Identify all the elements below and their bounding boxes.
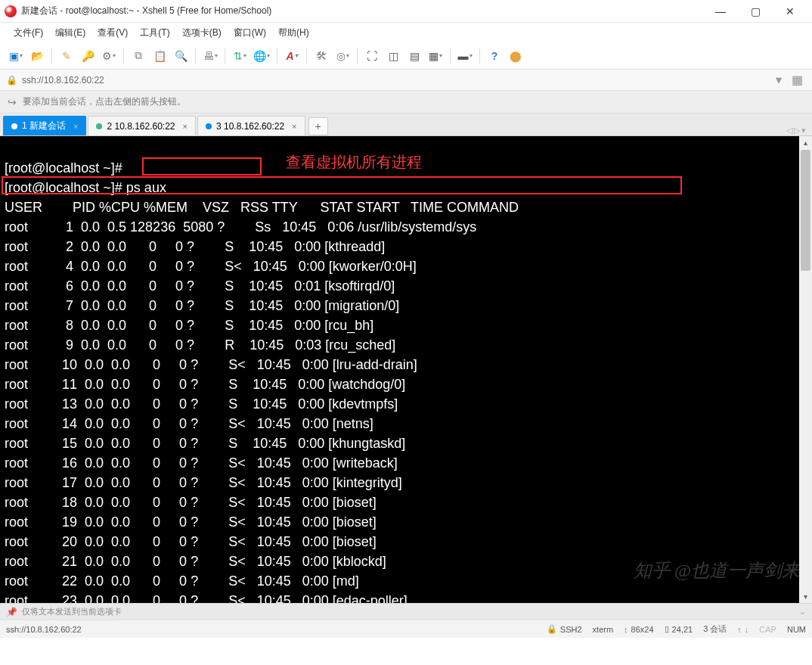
status-protocol: SSH2 xyxy=(560,625,582,634)
lock-icon: 🔒 xyxy=(547,624,557,634)
lock-icon: 🔒 xyxy=(6,75,17,85)
scroll-up-icon[interactable]: ▴ xyxy=(799,136,812,149)
menu-window[interactable]: 窗口(W) xyxy=(229,25,271,41)
terminal-prompt-2: [root@localhost ~]# ps aux xyxy=(5,180,166,195)
address-dropdown[interactable]: ▾ xyxy=(770,73,788,87)
help-button[interactable]: ? xyxy=(485,46,504,66)
properties-button[interactable]: ⚙▾ xyxy=(99,46,119,66)
terminal-header: USER PID %CPU %MEM VSZ RSS TTY STAT STAR… xyxy=(5,200,519,215)
watermark: 知乎 @也道一声剑来 xyxy=(634,561,800,580)
tab-scroll-left[interactable]: ◁ xyxy=(786,126,792,135)
download-icon: ↓ xyxy=(745,625,749,634)
terminal-prompt-1: [root@localhost ~]# xyxy=(5,160,122,176)
status-dot-icon xyxy=(11,123,17,129)
tools-button[interactable]: 🛠 xyxy=(311,46,331,66)
toolbar: ▣▾ 📂 ✎ 🔑 ⚙▾ ⧉ 📋 🔍 🖶▾ ⇅▾ 🌐▾ A▾ 🛠 ◎▾ ⛶ ◫ ▤… xyxy=(0,42,812,70)
terminal-output: root 1 0.0 0.5 128236 5080 ? Ss 10:45 0:… xyxy=(5,219,476,603)
upload-icon: ↑ xyxy=(737,625,742,634)
menubar: 文件(F) 编辑(E) 查看(V) 工具(T) 选项卡(B) 窗口(W) 帮助(… xyxy=(0,23,812,42)
annotation-text: 查看虚拟机所有进程 xyxy=(286,153,422,172)
tab-2-close[interactable]: × xyxy=(183,122,188,131)
address-url[interactable]: ssh://10.8.162.60:22 xyxy=(22,75,770,85)
menu-help[interactable]: 帮助(H) xyxy=(274,25,314,41)
sidebar-button[interactable]: ▤ xyxy=(404,46,424,66)
terminal[interactable]: [root@localhost ~]# [root@localhost ~]# … xyxy=(0,136,812,603)
hint-arrow-icon[interactable]: ↪ xyxy=(8,96,17,108)
open-button[interactable]: 📂 xyxy=(27,46,47,66)
tab-1[interactable]: 1 新建会话 × xyxy=(3,116,86,135)
window-title: 新建会话 - root@localhost:~ - Xshell 5 (Free… xyxy=(21,5,271,17)
tab-3-close[interactable]: × xyxy=(292,122,296,131)
menu-view[interactable]: 查看(V) xyxy=(93,25,132,41)
minimize-button[interactable]: — xyxy=(703,0,738,23)
menu-edit[interactable]: 编辑(E) xyxy=(51,25,90,41)
tab-1-label: 1 新建会话 xyxy=(22,120,66,132)
maximize-button[interactable]: ▢ xyxy=(738,0,773,23)
status-term-type: xterm xyxy=(593,625,614,634)
tab-strip: 1 新建会话 × 2 10.8.162.60:22 × 3 10.8.162.6… xyxy=(0,113,812,136)
layout-button[interactable]: ◫ xyxy=(383,46,403,66)
status-num: NUM xyxy=(787,625,806,634)
tab-1-close[interactable]: × xyxy=(73,122,78,131)
terminal-scrollbar[interactable]: ▴ ▾ xyxy=(799,136,812,603)
tab-2-label: 2 10.8.162.60:22 xyxy=(107,121,175,132)
tab-3[interactable]: 3 10.8.162.60:22 × xyxy=(197,116,305,135)
status-dot-icon xyxy=(206,123,212,129)
send-hint-bar: 📌 仅将文本发送到当前选项卡 ⌄ xyxy=(0,603,812,620)
annotation-box-1 xyxy=(142,157,262,176)
status-cursor: 24,21 xyxy=(672,625,693,634)
log-button[interactable]: ▬▾ xyxy=(455,46,475,66)
menu-file[interactable]: 文件(F) xyxy=(9,25,48,41)
tab-scroll-right[interactable]: ▷ xyxy=(794,126,800,135)
titlebar: 新建会话 - root@localhost:~ - Xshell 5 (Free… xyxy=(0,0,812,23)
new-session-button[interactable]: ▣▾ xyxy=(6,46,26,66)
tab-list-button[interactable]: ▾ xyxy=(801,126,806,135)
edit-button[interactable]: ✎ xyxy=(57,46,76,66)
panel-button[interactable]: ▦▾ xyxy=(426,46,445,66)
address-go[interactable]: ▦ xyxy=(788,73,806,87)
menu-tools[interactable]: 工具(T) xyxy=(135,25,174,41)
cursor-icon: ▯ xyxy=(665,624,669,634)
menu-tabs[interactable]: 选项卡(B) xyxy=(178,25,226,41)
resize-icon: ↕ xyxy=(624,625,628,634)
send-hint-text: 仅将文本发送到当前选项卡 xyxy=(22,606,122,617)
status-size: 86x24 xyxy=(631,625,654,634)
font-button[interactable]: A▾ xyxy=(282,46,302,66)
status-sessions: 3 会话 xyxy=(703,623,727,635)
fullscreen-button[interactable]: ⛶ xyxy=(362,46,382,66)
tab-add-button[interactable]: + xyxy=(308,117,328,135)
status-connection: ssh://10.8.162.60:22 xyxy=(6,625,82,634)
status-cap: CAP xyxy=(759,625,776,634)
scroll-down-icon[interactable]: ▾ xyxy=(799,590,812,603)
status-bar: ssh://10.8.162.60:22 🔒SSH2 xterm ↕86x24 … xyxy=(0,620,812,638)
scroll-thumb[interactable] xyxy=(801,150,810,271)
print-button[interactable]: 🖶▾ xyxy=(200,46,220,66)
paste-button[interactable]: 📋 xyxy=(150,46,169,66)
tab-2[interactable]: 2 10.8.162.60:22 × xyxy=(88,116,196,135)
pin-icon[interactable]: 📌 xyxy=(6,607,17,617)
send-hint-dropdown[interactable]: ⌄ xyxy=(799,607,806,617)
about-button[interactable]: ⬤ xyxy=(506,46,525,66)
web-button[interactable]: 🌐▾ xyxy=(251,46,272,66)
app-icon xyxy=(5,5,17,17)
hint-text: 要添加当前会话，点击左侧的箭头按钮。 xyxy=(23,95,186,108)
reconnect-button[interactable]: 🔑 xyxy=(78,46,98,66)
copy-button[interactable]: ⧉ xyxy=(129,46,148,66)
address-bar: 🔒 ssh://10.8.162.60:22 ▾ ▦ xyxy=(0,70,812,91)
script-button[interactable]: ◎▾ xyxy=(333,46,352,66)
close-button[interactable]: ✕ xyxy=(773,0,807,23)
tab-3-label: 3 10.8.162.60:22 xyxy=(216,121,284,132)
hint-bar: ↪ 要添加当前会话，点击左侧的箭头按钮。 xyxy=(0,91,812,113)
status-dot-icon xyxy=(96,123,102,129)
find-button[interactable]: 🔍 xyxy=(171,46,191,66)
transfer-button[interactable]: ⇅▾ xyxy=(230,46,249,66)
